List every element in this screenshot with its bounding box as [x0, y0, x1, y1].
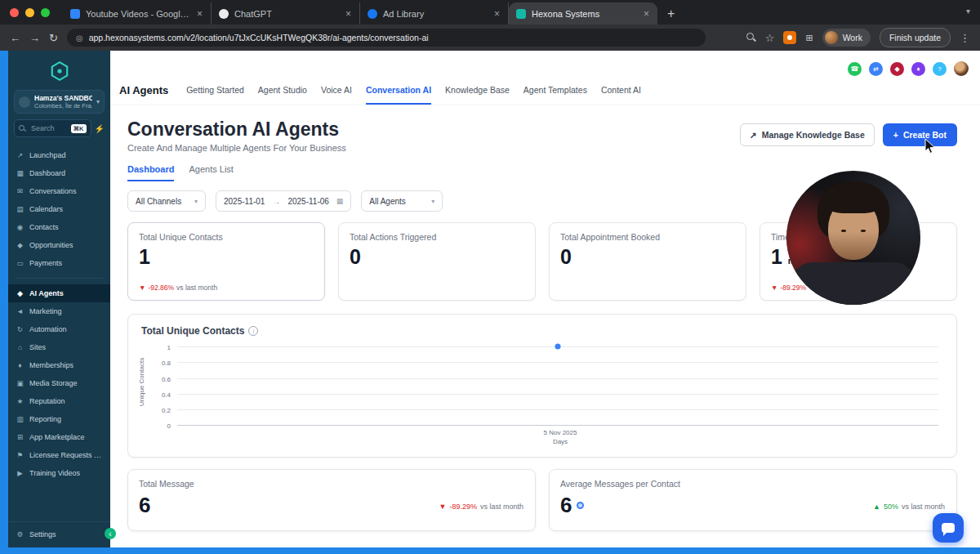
payments-icon: ▭	[16, 259, 24, 267]
sidebar-item-contacts[interactable]: ◉Contacts	[8, 218, 110, 236]
finish-update-button[interactable]: Finish update	[880, 28, 951, 47]
account-switcher[interactable]: Hamza's SANDBOX ... Colombes, Île de Fra…	[14, 90, 105, 114]
marketing-icon: ◄	[16, 307, 24, 315]
tab-voice-ai[interactable]: Voice AI	[321, 85, 352, 105]
date-range-picker[interactable]: 2025-11-01 → 2025-11-06 ▦	[216, 190, 351, 212]
tab-title: Hexona Systems	[532, 9, 637, 19]
ai-agents-icon: ◈	[16, 289, 24, 297]
sidebar-collapse-handle[interactable]: ‹	[105, 528, 116, 539]
app-logo	[8, 51, 110, 87]
info-icon[interactable]: i	[248, 326, 258, 336]
close-tab-icon[interactable]: ×	[196, 8, 203, 20]
sidebar-item-dashboard[interactable]: ▦Dashboard	[8, 164, 110, 182]
browser-profile-chip[interactable]: Work	[822, 29, 871, 47]
back-button[interactable]: ←	[10, 33, 20, 43]
new-tab-button[interactable]: +	[667, 2, 675, 25]
user-avatar[interactable]	[954, 61, 969, 76]
search-shortcut-badge: ⌘K	[71, 124, 87, 133]
sidebar-item-settings[interactable]: ⚙ Settings	[8, 525, 110, 543]
connect-icon[interactable]: ⇄	[869, 62, 883, 76]
gridline: 0.6	[177, 378, 938, 379]
academy-icon[interactable]: ◆	[890, 62, 904, 76]
browser-tab-chatgpt[interactable]: ChatGPT ×	[212, 2, 360, 25]
y-axis-label: Unique Contacts	[138, 358, 145, 406]
address-bar[interactable]: ◎ app.hexonasystems.com/v2/location/u7tJ…	[67, 29, 706, 47]
chat-widget-button[interactable]	[933, 513, 964, 543]
chatgpt-favicon	[219, 9, 229, 19]
subtab-dashboard[interactable]: Dashboard	[127, 164, 174, 181]
manage-knowledge-base-button[interactable]: ↗ Manage Knowledge Base	[740, 123, 875, 146]
tab-agent-studio[interactable]: Agent Studio	[258, 85, 307, 105]
reload-button[interactable]: ↻	[49, 33, 58, 43]
labs-icon[interactable]: ♦	[911, 62, 925, 76]
zoom-search-icon[interactable]	[746, 33, 756, 42]
browser-tab-hexona-systems[interactable]: Hexona Systems ×	[509, 2, 657, 25]
stat-card-actions-triggered: Total Actions Triggered 0	[338, 222, 536, 301]
agents-select[interactable]: All Agents ▾	[361, 190, 443, 212]
sidebar-item-training-videos[interactable]: ▶Training Videos	[8, 464, 110, 482]
sidebar-search[interactable]: ⌘K	[14, 119, 91, 137]
calendars-icon: ▤	[16, 205, 24, 213]
conversations-icon: ✉	[16, 187, 24, 195]
sidebar-item-launchpad[interactable]: ↗Launchpad	[8, 146, 110, 164]
zoom-window-button[interactable]	[41, 8, 50, 17]
tab-getting-started[interactable]: Getting Started	[186, 85, 244, 105]
tab-search-chevron-icon[interactable]: ▾	[966, 7, 970, 16]
tab-title: ChatGPT	[234, 9, 339, 19]
site-info-icon[interactable]: ◎	[76, 34, 83, 42]
chevron-down-icon: ▾	[431, 198, 434, 205]
sidebar-item-reporting[interactable]: ▥Reporting	[8, 410, 110, 428]
browser-menu-icon[interactable]: ⋮	[960, 32, 970, 44]
arrow-right-icon: →	[272, 197, 280, 206]
delta-value: 50%	[884, 503, 898, 511]
sidebar-item-marketing[interactable]: ◄Marketing	[8, 302, 110, 320]
sidebar-item-calendars[interactable]: ▤Calendars	[8, 200, 110, 218]
create-bot-button[interactable]: + Create Bot	[883, 123, 957, 146]
data-point[interactable]	[555, 344, 561, 350]
sidebar-item-payments[interactable]: ▭Payments	[8, 254, 110, 272]
sidebar-item-media-storage[interactable]: ▣Media Storage	[8, 374, 110, 392]
extensions-puzzle-icon[interactable]: ⊞	[805, 33, 813, 43]
sidebar-item-opportunities[interactable]: ◆Opportunities	[8, 236, 110, 254]
close-tab-icon[interactable]: ×	[345, 8, 352, 20]
subtab-agents-list[interactable]: Agents List	[189, 164, 233, 181]
close-tab-icon[interactable]: ×	[643, 8, 650, 20]
sidebar-item-app-marketplace[interactable]: ⊞App Marketplace	[8, 428, 110, 446]
sidebar-item-conversations[interactable]: ✉Conversations	[8, 182, 110, 200]
tab-content-ai[interactable]: Content AI	[601, 85, 641, 105]
sidebar-item-licensee-requests-portal[interactable]: ⚑Licensee Requests Portal	[8, 446, 110, 464]
forward-button[interactable]: →	[29, 33, 40, 43]
sidebar-search-row: ⌘K ⚡	[14, 119, 105, 137]
training-videos-icon: ▶	[16, 469, 24, 477]
phone-icon[interactable]: ☎	[848, 62, 862, 76]
tab-knowledge-base[interactable]: Knowledge Base	[445, 85, 510, 105]
close-tab-icon[interactable]: ×	[493, 8, 501, 20]
sidebar-item-reputation[interactable]: ★Reputation	[8, 392, 110, 410]
sidebar-item-memberships[interactable]: ♦Memberships	[8, 356, 110, 374]
channels-select[interactable]: All Channels ▾	[127, 190, 206, 212]
close-window-button[interactable]	[10, 8, 19, 17]
external-link-icon: ↗	[750, 130, 757, 140]
tab-agent-templates[interactable]: Agent Templates	[523, 85, 587, 105]
bookmark-star-icon[interactable]: ☆	[765, 32, 775, 44]
sidebar-item-ai-agents[interactable]: ◈AI Agents	[8, 284, 110, 302]
account-location: Colombes, Île de Fra...	[34, 102, 92, 109]
extension-icon[interactable]	[783, 31, 796, 44]
help-icon[interactable]: ?	[933, 62, 947, 76]
tab-title: Ad Library	[383, 9, 488, 19]
sidebar-item-sites[interactable]: ⌂Sites	[8, 338, 110, 356]
tab-title: Youtube Videos - Google Doc	[86, 9, 190, 19]
minimize-window-button[interactable]	[25, 8, 34, 17]
series-dot-icon	[577, 502, 584, 509]
quick-actions-bolt-icon[interactable]: ⚡	[95, 124, 105, 133]
sidebar-item-automation[interactable]: ↻Automation	[8, 320, 110, 338]
tab-conversation-ai[interactable]: Conversation AI	[366, 85, 431, 105]
trend-up-icon: ▲	[873, 503, 880, 511]
opportunities-icon: ◆	[16, 241, 24, 249]
browser-tab-youtube-videos[interactable]: Youtube Videos - Google Doc ×	[63, 2, 212, 25]
tab-strip: Youtube Videos - Google Doc × ChatGPT × …	[0, 0, 980, 25]
hexagon-logo-icon	[49, 60, 70, 82]
search-input[interactable]	[29, 123, 68, 133]
x-tick-label: 5 Nov 2025	[177, 429, 943, 436]
browser-tab-ad-library[interactable]: Ad Library ×	[360, 2, 509, 25]
